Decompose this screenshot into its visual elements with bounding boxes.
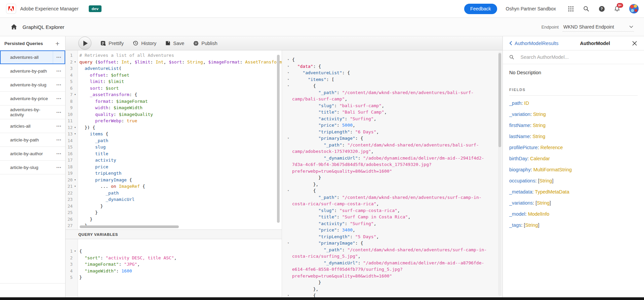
adobe-a-icon	[8, 6, 14, 11]
fold-arrow-icon[interactable]: ▾	[73, 183, 78, 190]
help-icon[interactable]: ?	[598, 5, 605, 12]
doc-field-birthDay[interactable]: birthDay: Calendar	[509, 153, 638, 164]
doc-field-firstName[interactable]: firstName: String	[509, 120, 638, 131]
fold-arrow-icon[interactable]: ▾	[73, 177, 78, 183]
field-type[interactable]: Calendar	[530, 156, 550, 161]
field-name[interactable]: birthDay	[509, 156, 527, 161]
publish-button[interactable]: Publish	[193, 41, 217, 46]
field-type[interactable]: Reference	[540, 145, 563, 150]
field-type[interactable]: String	[525, 222, 538, 228]
query-label: article-by-slug	[10, 165, 38, 170]
fold-arrow-icon[interactable]: ▾	[73, 124, 78, 131]
more-options-button[interactable]: •••	[53, 147, 62, 160]
code-token: quality	[95, 112, 114, 117]
field-name[interactable]: _tags	[509, 222, 521, 228]
field-type[interactable]: String	[537, 200, 550, 206]
sidebar-item-articles-all[interactable]: articles-all•••	[0, 119, 65, 133]
editor-vertical-scrollbar-thumb[interactable]	[277, 55, 280, 223]
docs-search-input[interactable]	[520, 54, 638, 60]
doc-field-biography[interactable]: biography: MultiFormatString	[509, 164, 638, 175]
sidebar-item-article-by-path[interactable]: article-by-path•••	[0, 133, 65, 147]
sidebar-item-article-by-slug[interactable]: article-by-slug•••	[0, 161, 65, 174]
docs-back-link[interactable]: AuthorModelResults	[509, 41, 559, 46]
more-options-button[interactable]: •••	[53, 92, 62, 105]
fold-arrow-icon[interactable]: ▾	[287, 187, 292, 194]
field-type[interactable]: String	[532, 134, 545, 139]
doc-field-_tags[interactable]: _tags: [String]	[509, 220, 638, 231]
field-name[interactable]: _variations	[509, 200, 533, 206]
editor-horizontal-scrollbar-thumb[interactable]	[80, 225, 179, 228]
fold-arrow-icon[interactable]: ▾	[287, 76, 292, 83]
doc-field-_variations[interactable]: _variations: [String]	[509, 198, 638, 209]
field-type[interactable]: String	[533, 123, 546, 128]
fold-arrow-icon[interactable]: ▾	[73, 91, 78, 98]
home-icon[interactable]	[11, 24, 17, 30]
field-name[interactable]: _variation	[509, 112, 530, 117]
fold-arrow-icon[interactable]: ▾	[73, 248, 78, 255]
field-name[interactable]: occupations	[509, 178, 535, 183]
sidebar-item-adventure-by-slug[interactable]: adventure-by-slug•••	[0, 78, 65, 92]
execute-query-button[interactable]	[78, 37, 91, 50]
field-name[interactable]: _path	[509, 100, 521, 106]
field-type[interactable]: ModelInfo	[528, 211, 550, 217]
docs-close-button[interactable]	[632, 40, 638, 46]
sidebar-item-adventures-all[interactable]: adventures-all•••	[0, 50, 65, 64]
fold-arrow-icon[interactable]: ▾	[287, 56, 292, 63]
result-viewer[interactable]: ▾{▾ "data": {▾ "adventureList": {▾ "item…	[282, 50, 502, 297]
variables-editor[interactable]: 1▾{2 "sort": "activity DESC, title ASC",…	[66, 239, 282, 297]
save-button[interactable]: Save	[165, 41, 184, 46]
query-variables-titlebar[interactable]: QUERY VARIABLES	[66, 229, 282, 239]
code-token: $sort	[106, 86, 119, 91]
history-button[interactable]: History	[133, 40, 156, 46]
add-query-button[interactable]: +	[55, 40, 59, 47]
sidebar-item-adventure-by-price[interactable]: adventure-by-price•••	[0, 92, 65, 105]
field-name[interactable]: lastName	[509, 134, 530, 139]
field-name[interactable]: _metadata	[509, 189, 532, 195]
fold-arrow-icon[interactable]: ▾	[73, 59, 78, 66]
search-icon[interactable]	[583, 5, 590, 12]
notifications-icon[interactable]: 9+	[614, 5, 620, 12]
adobe-logo[interactable]	[6, 4, 16, 14]
field-type[interactable]: TypedMetaData	[535, 189, 569, 195]
field-type[interactable]: ID	[524, 100, 529, 106]
prettify-button[interactable]: Prettify	[100, 41, 124, 46]
doc-field-_model[interactable]: _model: ModelInfo	[509, 209, 638, 220]
query-editor[interactable]: 1# Retrieves a list of all Adventures2▾q…	[66, 50, 282, 229]
fold-arrow-icon[interactable]: ▾	[287, 135, 292, 142]
field-type[interactable]: String	[533, 112, 546, 117]
more-options-button[interactable]: •••	[53, 51, 62, 63]
fold-arrow-icon[interactable]: ▾	[287, 83, 292, 89]
user-avatar[interactable]	[629, 4, 639, 13]
field-name[interactable]: _model	[509, 211, 525, 217]
fold-arrow-icon[interactable]: ▾	[73, 131, 78, 137]
doc-field-lastName[interactable]: lastName: String	[509, 131, 638, 142]
more-options-button[interactable]: •••	[53, 119, 62, 133]
fold-arrow-icon[interactable]: ▾	[287, 63, 292, 70]
doc-field-_path[interactable]: _path: ID	[509, 98, 638, 109]
doc-field-occupations[interactable]: occupations: [String]	[509, 175, 638, 186]
result-scrollbar-thumb[interactable]	[498, 53, 501, 147]
more-options-button[interactable]: •••	[53, 133, 62, 146]
sidebar-item-adventures-by-activity[interactable]: adventures-by-activity•••	[0, 105, 65, 119]
more-options-button[interactable]: •••	[53, 105, 62, 119]
fold-arrow-icon[interactable]: ▾	[287, 70, 292, 76]
doc-field-profilePicture[interactable]: profilePicture: Reference	[509, 142, 638, 153]
doc-field-_variation[interactable]: _variation: String	[509, 109, 638, 120]
more-options-button[interactable]: •••	[53, 64, 62, 78]
result-text: "tripLength": "5 Days",	[292, 233, 493, 240]
sidebar-item-article-by-author[interactable]: article-by-author•••	[0, 147, 65, 161]
feedback-button[interactable]: Feedback	[464, 4, 497, 14]
sidebar-item-adventure-by-path[interactable]: adventure-by-path•••	[0, 64, 65, 78]
endpoint-select[interactable]: WKND Shared Endpoint	[563, 23, 634, 32]
more-options-button[interactable]: •••	[53, 78, 62, 91]
field-type[interactable]: MultiFormatString	[533, 167, 572, 172]
doc-field-_metadata[interactable]: _metadata: TypedMetaData	[509, 186, 638, 198]
app-grid-icon[interactable]	[567, 5, 574, 12]
fold-arrow-icon[interactable]: ▾	[287, 240, 292, 247]
field-name[interactable]: firstName	[509, 123, 530, 128]
field-type[interactable]: String	[539, 178, 552, 183]
more-options-button[interactable]: •••	[53, 161, 62, 174]
fold-arrow-icon[interactable]: ▾	[287, 292, 292, 297]
field-name[interactable]: profilePicture	[509, 145, 538, 150]
field-name[interactable]: biography	[509, 167, 531, 172]
